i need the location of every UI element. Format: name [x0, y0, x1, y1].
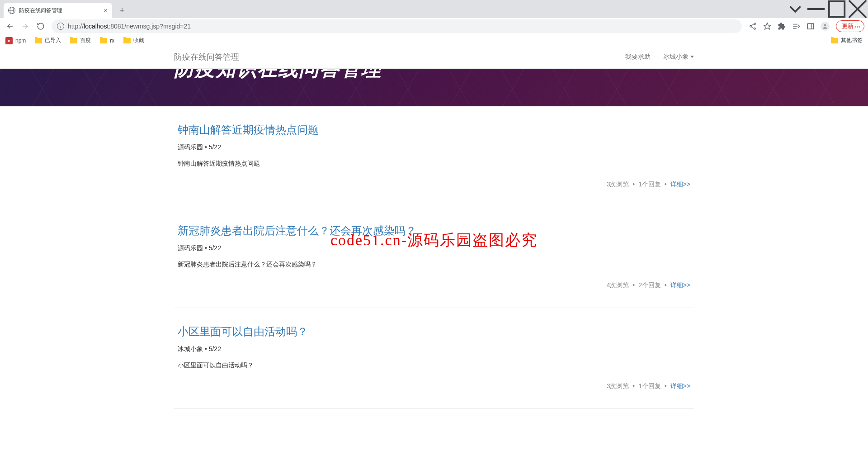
svg-point-15 — [824, 24, 826, 26]
nav-help-link[interactable]: 我要求助 — [625, 53, 651, 61]
update-label: 更新 — [842, 22, 854, 30]
post-detail-link[interactable]: 详细>> — [670, 181, 690, 188]
post-detail-link[interactable]: 详细>> — [670, 382, 690, 390]
navbar-brand[interactable]: 防疫在线问答管理 — [174, 52, 239, 62]
npm-icon: n — [5, 37, 13, 44]
folder-icon — [123, 38, 131, 43]
avatar-icon — [821, 22, 830, 31]
caret-down-icon — [690, 56, 694, 58]
post-meta: 源码乐园 • 5/22 — [178, 244, 690, 252]
site-navbar: 防疫在线问答管理 我要求助 冰城小象 — [0, 45, 868, 69]
extensions-icon[interactable] — [775, 20, 788, 33]
other-bookmarks[interactable]: 其他书签 — [831, 37, 863, 44]
close-tab-icon[interactable]: × — [104, 7, 108, 14]
browser-toolbar: i http://localhost:8081/newmsg.jsp?msgid… — [0, 18, 868, 34]
tab-strip: 防疫在线问答管理 × + — [0, 0, 868, 18]
posts-list: 钟南山解答近期疫情热点问题 源码乐园 • 5/22 钟南山解答近期疫情热点问题 … — [174, 106, 694, 409]
folder-icon — [831, 38, 838, 43]
profile-button[interactable] — [819, 20, 831, 33]
page-content: 防疫在线问答管理 我要求助 冰城小象 防疫知识在线问答管理 钟南山解答近期疫情热… — [0, 45, 868, 466]
post-title[interactable]: 钟南山解答近期疫情热点问题 — [178, 123, 690, 137]
svg-point-6 — [750, 25, 751, 27]
hero-title: 防疫知识在线问答管理 — [174, 69, 694, 79]
maximize-button[interactable] — [826, 2, 847, 16]
bookmark-star-icon[interactable] — [761, 20, 774, 33]
post-views: 4次浏览 — [607, 281, 629, 289]
close-window-button[interactable] — [847, 2, 868, 16]
bookmark-baidu[interactable]: 百度 — [70, 37, 91, 44]
svg-rect-1 — [829, 1, 845, 17]
svg-point-7 — [754, 23, 755, 24]
bookmark-imported[interactable]: 已导入 — [35, 37, 61, 44]
post-item: 新冠肺炎患者出院后注意什么？还会再次感染吗？ 源码乐园 • 5/22 新冠肺炎患… — [174, 223, 694, 308]
post-title[interactable]: 新冠肺炎患者出院后注意什么？还会再次感染吗？ — [178, 223, 690, 238]
folder-icon — [100, 38, 107, 43]
window-controls — [785, 0, 868, 18]
svg-point-8 — [754, 28, 755, 29]
post-footer: 3次浏览 • 1个回复 • 详细>> — [178, 181, 690, 189]
side-panel-icon[interactable] — [804, 20, 817, 33]
chevron-down-icon[interactable] — [785, 2, 806, 16]
hero-banner: 防疫知识在线问答管理 — [0, 69, 868, 106]
forward-button[interactable] — [19, 20, 32, 33]
post-detail-link[interactable]: 详细>> — [670, 281, 690, 289]
post-views: 3次浏览 — [607, 181, 629, 188]
bookmark-npm[interactable]: nnpm — [5, 37, 26, 44]
post-title[interactable]: 小区里面可以自由活动吗？ — [178, 324, 690, 339]
browser-chrome: 防疫在线问答管理 × + i http://localhost:8081/new… — [0, 0, 868, 45]
tab-title: 防疫在线问答管理 — [19, 7, 62, 14]
post-replies: 2个回复 — [638, 281, 661, 289]
post-item: 钟南山解答近期疫情热点问题 源码乐园 • 5/22 钟南山解答近期疫情热点问题 … — [174, 123, 694, 207]
post-footer: 3次浏览 • 1个回复 • 详细>> — [178, 382, 690, 390]
toolbar-right: 更新 ⋮ — [746, 20, 864, 33]
post-excerpt: 新冠肺炎患者出院后注意什么？还会再次感染吗？ — [178, 261, 690, 269]
bookmark-rx[interactable]: rx — [100, 38, 114, 44]
nav-user-dropdown[interactable]: 冰城小象 — [663, 53, 694, 61]
post-item: 小区里面可以自由活动吗？ 冰城小象 • 5/22 小区里面可以自由活动吗？ 3次… — [174, 324, 694, 409]
post-meta: 冰城小象 • 5/22 — [178, 345, 690, 353]
bookmark-fav[interactable]: 收藏 — [123, 37, 144, 44]
svg-rect-13 — [807, 24, 814, 29]
globe-icon — [8, 7, 15, 14]
reading-list-icon[interactable] — [790, 20, 802, 33]
folder-icon — [35, 38, 42, 43]
post-views: 3次浏览 — [607, 382, 629, 390]
post-meta: 源码乐园 • 5/22 — [178, 143, 690, 152]
new-tab-button[interactable]: + — [116, 4, 128, 17]
reload-button[interactable] — [34, 20, 47, 33]
back-button[interactable] — [4, 20, 16, 33]
folder-icon — [70, 38, 77, 43]
post-footer: 4次浏览 • 2个回复 • 详细>> — [178, 281, 690, 290]
url-text: http://localhost:8081/newmsg.jsp?msgid=2… — [68, 23, 191, 30]
menu-dots-icon: ⋮ — [854, 24, 861, 29]
update-button[interactable]: 更新 ⋮ — [836, 20, 864, 32]
site-info-icon[interactable]: i — [57, 23, 64, 30]
post-excerpt: 小区里面可以自由活动吗？ — [178, 361, 690, 370]
address-bar[interactable]: i http://localhost:8081/newmsg.jsp?msgid… — [52, 19, 742, 33]
share-icon[interactable] — [746, 20, 759, 33]
browser-tab[interactable]: 防疫在线问答管理 × — [4, 3, 112, 18]
post-excerpt: 钟南山解答近期疫情热点问题 — [178, 160, 690, 168]
minimize-button[interactable] — [806, 2, 826, 16]
svg-marker-9 — [764, 23, 771, 29]
post-replies: 1个回复 — [638, 181, 661, 188]
post-replies: 1个回复 — [638, 382, 661, 390]
